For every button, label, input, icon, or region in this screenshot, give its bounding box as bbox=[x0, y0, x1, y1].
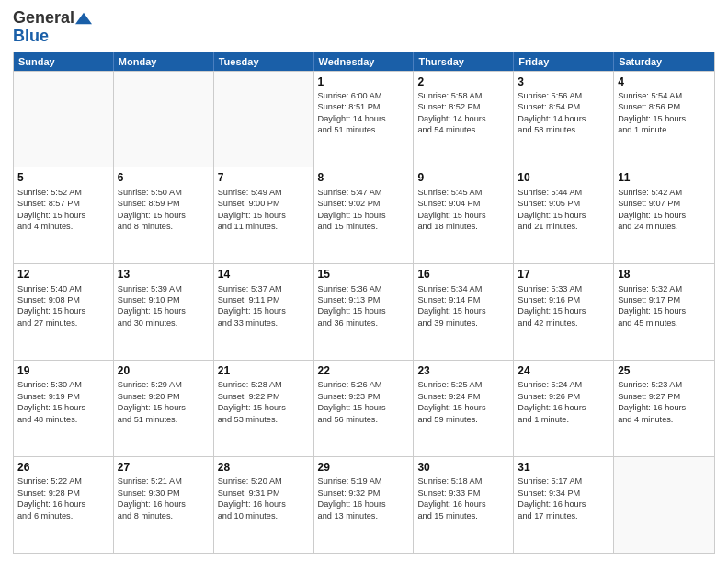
day-info: Sunrise: 5:29 AM bbox=[118, 379, 210, 390]
day-number: 29 bbox=[318, 460, 410, 475]
day-info: Sunset: 9:11 PM bbox=[218, 294, 310, 305]
day-info: Sunrise: 5:22 AM bbox=[17, 476, 109, 487]
logo-icon bbox=[75, 12, 92, 25]
calendar-header-cell: Monday bbox=[114, 52, 214, 71]
day-info: Sunset: 9:22 PM bbox=[218, 391, 310, 402]
day-info: Sunrise: 5:19 AM bbox=[318, 476, 410, 487]
day-info: Daylight: 15 hours bbox=[618, 305, 711, 316]
day-info: Sunrise: 5:30 AM bbox=[17, 379, 109, 390]
day-info: Daylight: 15 hours bbox=[218, 210, 310, 221]
day-info: Daylight: 16 hours bbox=[518, 499, 609, 510]
day-info: Sunrise: 5:54 AM bbox=[618, 90, 711, 101]
day-info: Sunset: 9:19 PM bbox=[17, 391, 109, 402]
calendar-cell: 6Sunrise: 5:50 AMSunset: 8:59 PMDaylight… bbox=[114, 167, 214, 263]
day-info: Sunrise: 5:18 AM bbox=[417, 476, 509, 487]
day-info: Sunrise: 5:20 AM bbox=[218, 476, 310, 487]
calendar-cell: 4Sunrise: 5:54 AMSunset: 8:56 PMDaylight… bbox=[614, 72, 714, 167]
day-info: Daylight: 15 hours bbox=[618, 113, 711, 124]
day-info: and 36 minutes. bbox=[318, 317, 410, 328]
day-info: Daylight: 16 hours bbox=[118, 499, 210, 510]
calendar-header-cell: Wednesday bbox=[314, 52, 415, 71]
day-number: 18 bbox=[618, 267, 711, 282]
day-number: 1 bbox=[318, 75, 410, 89]
day-number: 9 bbox=[417, 170, 509, 185]
day-number: 16 bbox=[417, 267, 509, 282]
day-info: Daylight: 15 hours bbox=[318, 210, 410, 221]
day-info: and 13 minutes. bbox=[318, 511, 410, 522]
day-info: Sunrise: 5:32 AM bbox=[618, 283, 711, 294]
calendar-cell: 12Sunrise: 5:40 AMSunset: 9:08 PMDayligh… bbox=[14, 264, 114, 360]
calendar-cell: 13Sunrise: 5:39 AMSunset: 9:10 PMDayligh… bbox=[114, 264, 214, 360]
day-number: 14 bbox=[218, 267, 310, 282]
calendar-cell: 29Sunrise: 5:19 AMSunset: 9:32 PMDayligh… bbox=[314, 457, 415, 553]
calendar-header-cell: Sunday bbox=[14, 52, 114, 71]
day-number: 25 bbox=[618, 363, 711, 378]
day-info: and 42 minutes. bbox=[518, 317, 609, 328]
day-number: 12 bbox=[17, 267, 109, 282]
calendar-cell: 17Sunrise: 5:33 AMSunset: 9:16 PMDayligh… bbox=[514, 264, 614, 360]
day-info: Sunrise: 5:56 AM bbox=[518, 90, 609, 101]
day-info: Sunset: 9:33 PM bbox=[417, 488, 509, 499]
day-info: and 53 minutes. bbox=[218, 414, 310, 425]
day-info: and 51 minutes. bbox=[318, 124, 410, 135]
day-number: 30 bbox=[417, 460, 509, 475]
day-info: Sunrise: 5:28 AM bbox=[218, 379, 310, 390]
calendar-cell: 15Sunrise: 5:36 AMSunset: 9:13 PMDayligh… bbox=[314, 264, 415, 360]
day-info: Daylight: 15 hours bbox=[417, 210, 509, 221]
calendar-week: 1Sunrise: 6:00 AMSunset: 8:51 PMDaylight… bbox=[14, 71, 714, 167]
day-info: and 27 minutes. bbox=[17, 317, 109, 328]
calendar-cell: 8Sunrise: 5:47 AMSunset: 9:02 PMDaylight… bbox=[314, 167, 415, 263]
day-info: Daylight: 15 hours bbox=[318, 305, 410, 316]
day-info: Sunset: 8:52 PM bbox=[417, 101, 509, 112]
day-info: and 24 minutes. bbox=[618, 221, 711, 232]
day-info: Sunrise: 5:58 AM bbox=[417, 90, 509, 101]
day-number: 7 bbox=[218, 170, 310, 185]
day-info: Sunrise: 5:26 AM bbox=[318, 379, 410, 390]
day-info: Sunset: 9:26 PM bbox=[518, 391, 609, 402]
day-info: Daylight: 16 hours bbox=[318, 499, 410, 510]
day-info: and 15 minutes. bbox=[318, 221, 410, 232]
day-info: Sunset: 9:34 PM bbox=[518, 488, 609, 499]
logo: General Blue bbox=[13, 9, 92, 46]
logo-blue: Blue bbox=[13, 28, 92, 46]
day-info: Sunset: 9:13 PM bbox=[318, 294, 410, 305]
day-info: and 39 minutes. bbox=[417, 317, 509, 328]
day-info: and 11 minutes. bbox=[218, 221, 310, 232]
day-info: Sunrise: 5:25 AM bbox=[417, 379, 509, 390]
day-number: 4 bbox=[618, 75, 711, 89]
calendar-week: 19Sunrise: 5:30 AMSunset: 9:19 PMDayligh… bbox=[14, 360, 714, 456]
day-info: Sunrise: 6:00 AM bbox=[318, 90, 410, 101]
day-info: Sunrise: 5:44 AM bbox=[518, 187, 609, 198]
day-info: and 18 minutes. bbox=[417, 221, 509, 232]
calendar-cell: 22Sunrise: 5:26 AMSunset: 9:23 PMDayligh… bbox=[314, 361, 415, 456]
day-info: Daylight: 15 hours bbox=[17, 305, 109, 316]
calendar-cell: 20Sunrise: 5:29 AMSunset: 9:20 PMDayligh… bbox=[114, 361, 214, 456]
calendar-cell: 23Sunrise: 5:25 AMSunset: 9:24 PMDayligh… bbox=[414, 361, 514, 456]
day-info: Sunrise: 5:42 AM bbox=[618, 187, 711, 198]
day-info: Sunset: 8:51 PM bbox=[318, 101, 410, 112]
day-info: Daylight: 15 hours bbox=[218, 402, 310, 413]
calendar-cell: 19Sunrise: 5:30 AMSunset: 9:19 PMDayligh… bbox=[14, 361, 114, 456]
day-info: Daylight: 15 hours bbox=[118, 305, 210, 316]
day-info: Sunset: 9:07 PM bbox=[618, 198, 711, 209]
day-info: and 17 minutes. bbox=[518, 511, 609, 522]
day-number: 28 bbox=[218, 460, 310, 475]
day-info: Daylight: 14 hours bbox=[518, 113, 609, 124]
calendar-header-cell: Thursday bbox=[414, 52, 514, 71]
day-info: Sunset: 9:27 PM bbox=[618, 391, 711, 402]
day-info: Sunset: 9:23 PM bbox=[318, 391, 410, 402]
calendar-cell bbox=[614, 457, 714, 553]
day-info: and 45 minutes. bbox=[618, 317, 711, 328]
day-info: and 1 minute. bbox=[518, 414, 609, 425]
day-info: Sunset: 9:17 PM bbox=[618, 294, 711, 305]
day-info: Daylight: 16 hours bbox=[618, 402, 711, 413]
day-info: Sunset: 8:57 PM bbox=[17, 198, 109, 209]
day-info: and 10 minutes. bbox=[218, 511, 310, 522]
day-number: 13 bbox=[118, 267, 210, 282]
day-info: Sunrise: 5:52 AM bbox=[17, 187, 109, 198]
day-info: Daylight: 15 hours bbox=[218, 305, 310, 316]
day-info: Sunrise: 5:39 AM bbox=[118, 283, 210, 294]
calendar-cell: 5Sunrise: 5:52 AMSunset: 8:57 PMDaylight… bbox=[14, 167, 114, 263]
calendar-header: SundayMondayTuesdayWednesdayThursdayFrid… bbox=[14, 52, 714, 71]
day-info: Sunrise: 5:40 AM bbox=[17, 283, 109, 294]
